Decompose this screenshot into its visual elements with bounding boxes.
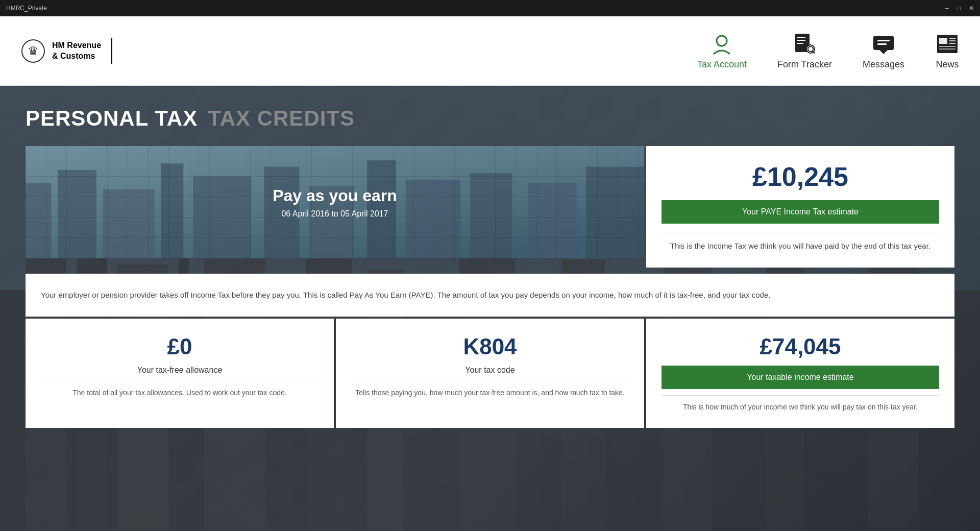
tax-code-description: Tells those paying you, how much your ta…	[355, 388, 625, 398]
svg-rect-10	[873, 36, 894, 50]
cards-grid: Pay as you earn 06 April 2016 to 05 Apri…	[26, 146, 954, 270]
tax-allowance-label: Your tax-free allowance	[137, 366, 223, 375]
svg-text:♛: ♛	[28, 44, 39, 58]
tax-allowance-description: The total of all your tax allowances. Us…	[72, 388, 286, 398]
svg-rect-19	[939, 46, 955, 47]
card-divider-3	[351, 381, 629, 381]
tax-account-icon	[709, 32, 734, 56]
taxable-income-amount: £74,045	[760, 334, 841, 359]
card-divider-4	[662, 395, 939, 396]
taxable-income-button[interactable]: Your taxable income estimate	[662, 366, 939, 389]
svg-rect-5	[797, 40, 805, 41]
main-nav: Tax Account Form Tracker	[697, 32, 960, 70]
page-heading: PERSONAL TAX TAX CREDITS	[26, 106, 954, 131]
window-controls[interactable]: – □ ✕	[945, 5, 974, 12]
main-content: PERSONAL TAX TAX CREDITS	[0, 86, 980, 531]
nav-news[interactable]: News	[935, 32, 960, 70]
logo-text: HM Revenue& Customs	[52, 40, 101, 62]
form-tracker-icon	[792, 32, 817, 56]
close-button[interactable]: ✕	[969, 5, 974, 12]
card-divider-2	[41, 381, 318, 381]
svg-rect-41	[161, 163, 183, 258]
tax-code-value: K804	[463, 334, 517, 359]
header: ♛ HM Revenue& Customs Tax Account	[0, 16, 980, 86]
nav-messages[interactable]: Messages	[863, 32, 904, 70]
messages-icon	[871, 32, 896, 56]
card-tax-allowance: £0 Your tax-free allowance The total of …	[26, 319, 334, 428]
paye-income-tax-button[interactable]: Your PAYE Income Tax estimate	[662, 200, 939, 224]
svg-rect-6	[797, 43, 803, 44]
svg-rect-16	[949, 38, 955, 39]
nav-form-tracker-label: Form Tracker	[777, 59, 832, 70]
heading-tax-credits: TAX CREDITS	[208, 106, 355, 131]
svg-rect-47	[470, 173, 512, 258]
svg-rect-20	[939, 49, 955, 50]
svg-rect-18	[949, 43, 955, 44]
svg-rect-39	[58, 170, 96, 258]
card-divider-1	[662, 232, 939, 232]
svg-rect-38	[26, 183, 52, 258]
taxable-income-description: This is how much of your income we think…	[683, 402, 918, 413]
maximize-button[interactable]: □	[957, 5, 961, 12]
svg-rect-17	[949, 40, 955, 41]
card-income-estimate: £10,245 Your PAYE Income Tax estimate Th…	[646, 146, 954, 268]
svg-point-2	[717, 36, 727, 46]
paye-title: Pay as you earn	[273, 186, 397, 205]
svg-rect-13	[877, 43, 887, 45]
svg-rect-49	[586, 167, 644, 258]
paye-subtitle: 06 April 2016 to 05 April 2017	[273, 209, 397, 219]
card-paye-description: Your employer or pension provider takes …	[26, 274, 954, 317]
svg-rect-48	[528, 183, 577, 258]
news-icon	[935, 32, 960, 56]
title-bar: HMRC_Private – □ ✕	[0, 0, 980, 16]
income-estimate-description: This is the Income Tax we think you will…	[670, 240, 930, 252]
nav-messages-label: Messages	[863, 59, 904, 70]
bottom-cards: £0 Your tax-free allowance The total of …	[26, 319, 954, 428]
svg-rect-46	[406, 180, 460, 258]
nav-form-tracker[interactable]: Form Tracker	[777, 32, 832, 70]
hmrc-crown-icon: ♛	[20, 38, 46, 64]
svg-marker-11	[879, 50, 888, 54]
nav-tax-account[interactable]: Tax Account	[697, 32, 747, 70]
middle-row: Your employer or pension provider takes …	[26, 272, 954, 317]
app-title: HMRC_Private	[6, 5, 47, 12]
svg-rect-4	[797, 37, 805, 38]
content-wrapper: PERSONAL TAX TAX CREDITS	[0, 86, 980, 428]
card-paye-hero: Pay as you earn 06 April 2016 to 05 Apri…	[26, 146, 644, 258]
svg-rect-40	[103, 189, 155, 258]
nav-tax-account-label: Tax Account	[697, 59, 747, 70]
income-tax-amount: £10,245	[752, 161, 848, 192]
logo-area: ♛ HM Revenue& Customs	[20, 38, 112, 64]
minimize-button[interactable]: –	[945, 5, 949, 12]
tax-allowance-amount: £0	[167, 334, 192, 359]
svg-rect-42	[193, 177, 251, 259]
svg-rect-15	[939, 38, 947, 44]
card-taxable-income: £74,045 Your taxable income estimate Thi…	[646, 319, 954, 428]
heading-personal-tax: PERSONAL TAX	[26, 106, 198, 131]
paye-hero-text: Pay as you earn 06 April 2016 to 05 Apri…	[273, 186, 397, 219]
svg-rect-12	[877, 40, 890, 41]
card-tax-code: K804 Your tax code Tells those paying yo…	[336, 319, 644, 428]
nav-news-label: News	[936, 59, 959, 70]
paye-description-text: Your employer or pension provider takes …	[41, 289, 939, 301]
tax-code-label: Your tax code	[465, 366, 514, 375]
